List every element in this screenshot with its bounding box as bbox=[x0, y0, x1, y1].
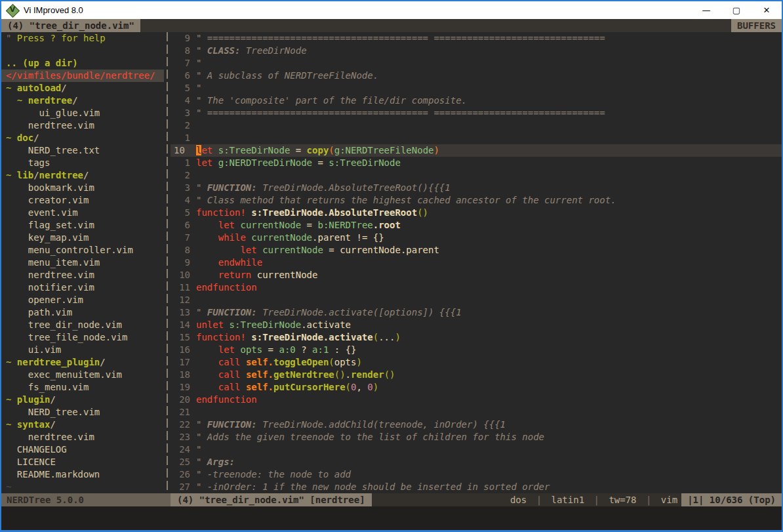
code-line[interactable]: 7" bbox=[171, 57, 782, 70]
code-line[interactable]: 14unlet s:TreeDirNode.activate bbox=[171, 319, 782, 331]
line-number: 5 bbox=[171, 82, 190, 94]
tab-tree-dir-node[interactable]: (4) "tree_dir_node.vim" bbox=[1, 19, 140, 32]
code-line[interactable]: 1 bbox=[171, 132, 782, 144]
code-line[interactable]: 16 let opts = a:0 ? a:1 : {} bbox=[171, 344, 782, 356]
line-number: 4 bbox=[171, 94, 190, 107]
tree-item[interactable]: CHANGELOG bbox=[1, 443, 164, 456]
tree-item[interactable]: ~ doc/ bbox=[1, 132, 164, 144]
line-number: 22 bbox=[171, 419, 190, 431]
tree-item[interactable]: ~ autoload/ bbox=[1, 82, 164, 94]
tree-item[interactable]: ui.vim bbox=[1, 344, 164, 356]
command-line[interactable] bbox=[1, 506, 782, 530]
code-line[interactable]: 10let s:TreeDirNode = copy(g:NERDTreeFil… bbox=[171, 144, 782, 157]
tree-item[interactable]: ui_glue.vim bbox=[1, 107, 164, 119]
tree-item[interactable]: path.vim bbox=[1, 306, 164, 319]
code-line[interactable]: 11endfunction bbox=[171, 281, 782, 294]
line-number: 6 bbox=[171, 219, 190, 232]
editor-main: " Press ? for help.. (up a dir)</vimfile… bbox=[1, 32, 782, 493]
tree-item[interactable]: nerdtree.vim bbox=[1, 269, 164, 281]
close-icon[interactable]: ✕ bbox=[752, 1, 782, 19]
tree-item[interactable]: .. (up a dir) bbox=[1, 57, 164, 70]
file-status: (4) "tree_dir_node.vim" [nerdtree] bbox=[171, 493, 372, 506]
line-number: 11 bbox=[171, 281, 190, 294]
code-line[interactable]: 24" bbox=[171, 443, 782, 456]
code-line[interactable]: 8 let currentNode = currentNode.parent bbox=[171, 244, 782, 256]
code-line[interactable]: 10 return currentNode bbox=[171, 269, 782, 281]
code-line[interactable]: 5" bbox=[171, 82, 782, 94]
code-line[interactable]: 26" -treenode: the node to add bbox=[171, 468, 782, 481]
code-line[interactable]: 9 endwhile bbox=[171, 256, 782, 269]
code-line[interactable]: 3" FUNCTION: TreeDirNode.AbsoluteTreeRoo… bbox=[171, 182, 782, 194]
code-line[interactable]: 25" Args: bbox=[171, 456, 782, 468]
line-number: 8 bbox=[171, 244, 190, 256]
line-number: 13 bbox=[171, 306, 190, 319]
tree-root-item[interactable]: </vimfiles/bundle/nerdtree/ bbox=[1, 70, 164, 82]
code-line[interactable]: 1let g:NERDTreeDirNode = s:TreeDirNode bbox=[171, 157, 782, 169]
vim-app-icon: V bbox=[7, 5, 18, 16]
tree-item[interactable]: tree_dir_node.vim bbox=[1, 319, 164, 331]
tree-item[interactable]: bookmark.vim bbox=[1, 182, 164, 194]
code-line[interactable]: 7 while currentNode.parent != {} bbox=[171, 232, 782, 244]
tree-item[interactable]: fs_menu.vim bbox=[1, 381, 164, 394]
tree-item[interactable]: nerdtree.vim bbox=[1, 431, 164, 443]
code-line[interactable]: 19 call self.putCursorHere(0, 0) bbox=[171, 381, 782, 394]
code-line[interactable]: 4" The 'composite' part of the file/dir … bbox=[171, 94, 782, 107]
code-line[interactable]: 13" FUNCTION: TreeDirNode.activate([opti… bbox=[171, 306, 782, 319]
code-line[interactable]: 21 bbox=[171, 406, 782, 419]
code-line[interactable]: 17 call self.toggleOpen(opts) bbox=[171, 356, 782, 369]
tree-item[interactable]: ~ nerdtree_plugin/ bbox=[1, 356, 164, 369]
code-line[interactable]: 2 bbox=[171, 169, 782, 182]
tree-item[interactable]: flag_set.vim bbox=[1, 219, 164, 232]
maximize-icon[interactable]: ▢ bbox=[721, 1, 752, 19]
window-separator[interactable] bbox=[164, 32, 171, 493]
code-line[interactable]: 20endfunction bbox=[171, 394, 782, 406]
title-bar: V Vi IMproved 8.0 — ▢ ✕ bbox=[1, 1, 782, 19]
code-line[interactable]: 23" Adds the given treenode to the list … bbox=[171, 431, 782, 443]
code-line[interactable]: 8" CLASS: TreeDirNode bbox=[171, 45, 782, 57]
code-line[interactable]: 5function! s:TreeDirNode.AbsoluteTreeRoo… bbox=[171, 207, 782, 219]
tree-item[interactable]: nerdtree.vim bbox=[1, 119, 164, 132]
tree-item[interactable]: menu_item.vim bbox=[1, 256, 164, 269]
code-line[interactable]: 4" Class method that returns the highest… bbox=[171, 194, 782, 207]
line-number: 26 bbox=[171, 468, 190, 481]
nerdtree-panel: " Press ? for help.. (up a dir)</vimfile… bbox=[1, 32, 164, 493]
tree-item[interactable]: ~ lib/nerdtree/ bbox=[1, 169, 164, 182]
line-number: 4 bbox=[171, 194, 190, 207]
code-line[interactable]: 6 let currentNode = b:NERDTree.root bbox=[171, 219, 782, 232]
tree-item[interactable]: notifier.vim bbox=[1, 281, 164, 294]
code-line[interactable]: 2 bbox=[171, 119, 782, 132]
status-flag: latin1 bbox=[548, 493, 589, 506]
tree-item[interactable]: creator.vim bbox=[1, 194, 164, 207]
tree-item[interactable]: event.vim bbox=[1, 207, 164, 219]
tree-item[interactable]: exec_menuitem.vim bbox=[1, 369, 164, 381]
minimize-icon[interactable]: — bbox=[691, 1, 721, 19]
tab-bar: (4) "tree_dir_node.vim" BUFFERS bbox=[1, 19, 782, 32]
tree-item[interactable]: tags bbox=[1, 157, 164, 169]
tree-item[interactable]: " Press ? for help bbox=[1, 32, 164, 45]
tree-item[interactable]: key_map.vim bbox=[1, 232, 164, 244]
line-number: 7 bbox=[171, 232, 190, 244]
tree-item[interactable]: README.markdown bbox=[1, 468, 164, 481]
tree-item[interactable]: NERD_tree.txt bbox=[1, 144, 164, 157]
line-number: 3 bbox=[171, 182, 190, 194]
tree-item[interactable]: ~ syntax/ bbox=[1, 419, 164, 431]
tree-item[interactable]: LICENCE bbox=[1, 456, 164, 468]
code-line[interactable]: 9" =====================================… bbox=[171, 32, 782, 45]
code-line[interactable]: 15function! s:TreeDirNode.activate(...) bbox=[171, 331, 782, 344]
code-line[interactable]: 3" =====================================… bbox=[171, 107, 782, 119]
nerdtree-status: NERDTree 5.0.0 bbox=[1, 493, 171, 506]
code-line[interactable]: 12 bbox=[171, 294, 782, 306]
code-line[interactable]: 6" A subclass of NERDTreeFileNode. bbox=[171, 70, 782, 82]
tree-item[interactable]: NERD_tree.vim bbox=[1, 406, 164, 419]
code-line[interactable]: 27" -inOrder: 1 if the new node should b… bbox=[171, 481, 782, 493]
code-line[interactable]: 18 call self.getNerdtree().render() bbox=[171, 369, 782, 381]
tree-item[interactable]: tree_file_node.vim bbox=[1, 331, 164, 344]
tree-item[interactable]: ~ nerdtree/ bbox=[1, 94, 164, 107]
tree-item[interactable]: ~ plugin/ bbox=[1, 394, 164, 406]
buffers-label: BUFFERS bbox=[731, 19, 782, 32]
line-number: 5 bbox=[171, 207, 190, 219]
line-number: 14 bbox=[171, 319, 190, 331]
tree-item[interactable]: opener.vim bbox=[1, 294, 164, 306]
tree-item[interactable]: menu_controller.vim bbox=[1, 244, 164, 256]
code-line[interactable]: 22" FUNCTION: TreeDirNode.addChild(treen… bbox=[171, 419, 782, 431]
